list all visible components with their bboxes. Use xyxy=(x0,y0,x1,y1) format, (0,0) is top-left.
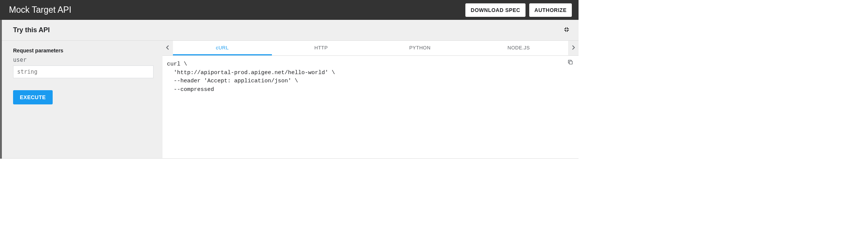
topbar: Mock Target API DOWNLOAD SPEC AUTHORIZE xyxy=(0,0,579,20)
tabs-scroll-left-button[interactable] xyxy=(162,41,173,55)
execute-button[interactable]: EXECUTE xyxy=(13,90,53,104)
copy-code-button[interactable] xyxy=(567,59,574,66)
app-title: Mock Target API xyxy=(9,5,71,15)
tabs-scroll-right-button[interactable] xyxy=(568,41,579,55)
param-name-label: user xyxy=(13,57,151,63)
collapse-button[interactable] xyxy=(562,26,571,35)
tab-nodejs[interactable]: NODE.JS xyxy=(469,41,568,55)
download-spec-button[interactable]: DOWNLOAD SPEC xyxy=(465,3,526,17)
try-api-panel: Try this API Request parameters user xyxy=(2,20,579,159)
tab-python[interactable]: PYTHON xyxy=(371,41,469,55)
code-pane: cURL HTTP PYTHON NODE.JS xyxy=(162,41,579,158)
topbar-buttons: DOWNLOAD SPEC AUTHORIZE xyxy=(465,3,572,17)
code-area: curl \ 'http://apiportal-prod.apigee.net… xyxy=(162,56,579,158)
svg-rect-0 xyxy=(569,61,572,64)
tabs-row: cURL HTTP PYTHON NODE.JS xyxy=(162,41,579,56)
collapse-icon xyxy=(564,27,570,34)
authorize-button[interactable]: AUTHORIZE xyxy=(529,3,572,17)
request-pane: Request parameters user EXECUTE xyxy=(2,41,162,158)
code-tabs: cURL HTTP PYTHON NODE.JS xyxy=(173,41,568,55)
panel-body: Request parameters user EXECUTE cURL xyxy=(2,41,579,158)
panel-title: Try this API xyxy=(13,26,50,34)
main-panel-wrapper: Try this API Request parameters user xyxy=(0,20,579,159)
chevron-left-icon xyxy=(164,44,171,52)
request-section-label: Request parameters xyxy=(13,48,151,54)
code-snippet: curl \ 'http://apiportal-prod.apigee.net… xyxy=(167,60,564,94)
chevron-right-icon xyxy=(570,44,577,52)
tab-http[interactable]: HTTP xyxy=(272,41,371,55)
panel-header: Try this API xyxy=(2,20,579,41)
tab-curl[interactable]: cURL xyxy=(173,41,272,55)
param-input-user[interactable] xyxy=(13,65,154,78)
copy-icon xyxy=(567,59,573,66)
